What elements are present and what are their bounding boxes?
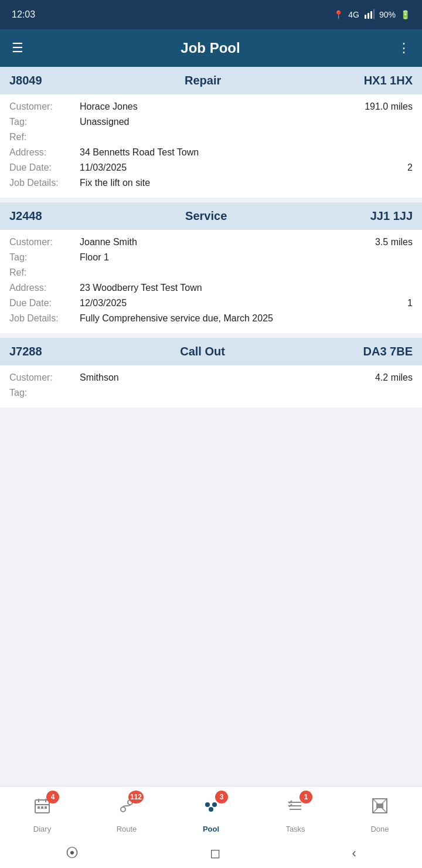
hamburger-icon[interactable]: ☰ [12,40,23,56]
ref-label: Ref: [9,267,80,278]
details-value: Fully Comprehensive service due, March 2… [80,313,413,324]
svg-point-15 [209,807,213,812]
android-home-button[interactable]: ◻ [210,846,220,861]
job-header: J8049 Repair HX1 1HX [0,67,422,94]
battery-label: 90% [379,10,396,19]
android-nav: ⦿ ◻ ‹ [0,839,422,868]
done-icon [370,796,389,819]
job-row-address: Address: 34 Bennetts Road Test Town [9,145,413,160]
job-row-customer: Customer: Smithson 4.2 miles [9,370,413,385]
svg-rect-3 [373,9,375,19]
job-row-customer: Customer: Joanne Smith 3.5 miles [9,235,413,250]
job-card[interactable]: J7288 Call Out DA3 7BE Customer: Smithso… [0,338,422,408]
customer-value: Smithson [80,372,246,383]
miles-value: 3.5 miles [246,237,413,247]
job-row-details: Job Details: Fix the lift on site [9,175,413,191]
job-row-tag: Tag: Floor 1 [9,250,413,265]
job-row-tag: Tag: Unassigned [9,114,413,130]
address-label: Address: [9,283,80,293]
details-value: Fix the lift on site [80,178,413,188]
miles-value: 191.0 miles [246,101,413,112]
job-body: Customer: Joanne Smith 3.5 miles Tag: Fl… [0,230,422,333]
status-right: 📍 4G 90% 🔋 [333,9,410,21]
job-row-due: Due Date: 12/03/2025 1 [9,296,413,311]
diary-badge: 4 [46,791,59,803]
job-row-details: Job Details: Fully Comprehensive service… [9,311,413,326]
address-value: 34 Bennetts Road Test Town [80,147,413,158]
tag-label: Tag: [9,252,80,263]
due-value: 11/03/2025 [80,162,407,173]
tag-value: Floor 1 [80,252,413,263]
job-card[interactable]: J2448 Service JJ1 1JJ Customer: Joanne S… [0,202,422,333]
due-value: 12/03/2025 [80,298,407,308]
signal-label: 4G [348,10,359,19]
nav-item-diary[interactable]: 4 Diary [13,793,72,833]
job-header: J2448 Service JJ1 1JJ [0,202,422,230]
diary-label: Diary [33,825,51,833]
status-bar: 12:03 📍 4G 90% 🔋 [0,0,422,29]
customer-label: Customer: [9,101,80,112]
address-value: 23 Woodberry Test Test Town [80,283,413,293]
job-type: Call Out [180,345,225,358]
android-back-button[interactable]: ‹ [352,846,356,861]
nav-item-done[interactable]: Done [350,793,409,833]
job-row-address: Address: 23 Woodberry Test Test Town [9,280,413,296]
status-time: 12:03 [12,9,35,20]
done-label: Done [370,825,389,833]
nav-icon-wrap-tasks: 1 [281,793,310,822]
job-row-customer: Customer: Horace Jones 191.0 miles [9,99,413,114]
tag-value: Unassigned [80,117,413,127]
android-menu-button[interactable]: ⦿ [66,846,79,861]
svg-rect-2 [370,11,372,19]
nav-icon-wrap-diary: 4 [28,793,57,822]
svg-rect-0 [365,15,366,19]
tasks-label: Tasks [285,825,305,833]
nav-item-tasks[interactable]: 1 Tasks [266,793,325,833]
svg-rect-22 [376,803,383,808]
customer-value: Joanne Smith [80,237,246,247]
bottom-nav: 4 Diary 112 Route [0,786,422,839]
jobs-container: J8049 Repair HX1 1HX Customer: Horace Jo… [0,67,422,786]
job-type: Repair [185,74,221,87]
ref-label: Ref: [9,132,80,143]
customer-label: Customer: [9,372,80,383]
tasks-badge: 1 [300,791,312,803]
job-card[interactable]: J8049 Repair HX1 1HX Customer: Horace Jo… [0,67,422,198]
more-options-icon[interactable]: ⋮ [397,40,410,56]
top-bar: ☰ Job Pool ⋮ [0,29,422,67]
job-postcode: HX1 1HX [364,74,413,87]
pool-label: Pool [203,825,219,833]
due-label: Due Date: [9,162,80,173]
svg-rect-9 [41,806,43,809]
nav-icon-wrap-pool: 3 [196,793,226,822]
location-icon: 📍 [333,10,343,19]
svg-point-11 [121,807,125,812]
job-row-ref: Ref: [9,265,413,280]
miles-value: 4.2 miles [246,372,413,383]
route-label: Route [117,825,137,833]
job-header: J7288 Call Out DA3 7BE [0,338,422,365]
job-id: J7288 [9,345,42,358]
address-label: Address: [9,147,80,158]
job-postcode: JJ1 1JJ [370,209,413,223]
svg-rect-1 [367,13,369,19]
svg-rect-8 [38,806,40,809]
nav-item-route[interactable]: 112 Route [97,793,156,833]
tag-label: Tag: [9,117,80,127]
customer-label: Customer: [9,237,80,247]
nav-icon-wrap-route: 112 [112,793,141,822]
job-row-tag: Tag: [9,385,413,401]
signal-bars-icon [364,9,375,21]
nav-item-pool[interactable]: 3 Pool [182,793,240,833]
pool-badge: 3 [215,791,228,803]
svg-point-13 [205,802,210,807]
job-row-ref: Ref: [9,130,413,145]
tag-label: Tag: [9,388,80,398]
priority-value: 2 [407,162,413,173]
job-row-due: Due Date: 11/03/2025 2 [9,160,413,175]
details-label: Job Details: [9,178,80,188]
job-postcode: DA3 7BE [363,345,413,358]
battery-icon: 🔋 [400,10,410,19]
svg-rect-10 [45,806,47,809]
page-title: Job Pool [181,40,240,56]
